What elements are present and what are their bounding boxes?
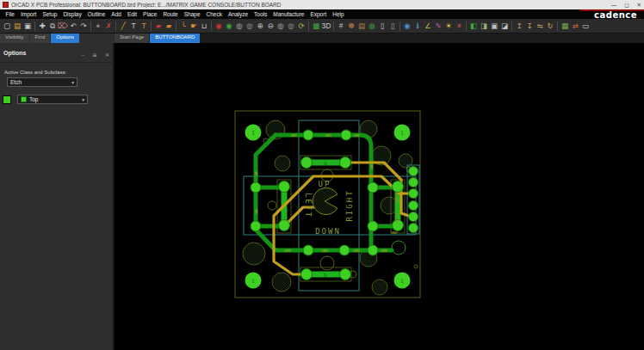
add-text-frame-icon[interactable]: T: [139, 20, 149, 32]
panel-tab[interactable]: Find: [30, 34, 51, 43]
menu-item[interactable]: Edit: [124, 11, 139, 17]
subclass-color-swatch: [21, 96, 27, 102]
menu-item[interactable]: Export: [307, 11, 330, 17]
mirror-cmd-icon[interactable]: ⇋: [535, 20, 545, 32]
undo-icon[interactable]: ↶: [68, 20, 78, 32]
menu-item[interactable]: Shape: [181, 11, 203, 17]
panel-tab[interactable]: Visibility: [0, 34, 29, 43]
copy-icon[interactable]: ⧉: [47, 20, 58, 32]
measure-icon[interactable]: ∠: [423, 20, 433, 32]
svg-text:GND: GND: [254, 170, 258, 177]
zoom-out-icon[interactable]: ⊖: [265, 20, 276, 32]
menu-item[interactable]: Add: [108, 11, 125, 17]
zoom-box-icon[interactable]: ◎: [245, 20, 255, 32]
panel-dock-icon[interactable]: ⊞: [92, 52, 96, 58]
view-3d-icon[interactable]: 3D: [321, 20, 331, 32]
mirrored-down-label: DOWN: [394, 193, 399, 203]
copy-cmd-icon[interactable]: ↧: [524, 20, 535, 32]
up-label: UP: [319, 180, 331, 188]
close-button[interactable]: ✕: [637, 0, 641, 9]
custom-smooth-icon[interactable]: ⊔: [199, 20, 209, 32]
layer-stack-icon[interactable]: ▤: [356, 20, 367, 32]
pcb-canvas[interactable]: 1 1 1 1 UP DOWN LEFT RIGHT U D: [115, 43, 644, 350]
unrats-all-icon[interactable]: ◉: [214, 20, 224, 32]
zoom-previous-icon[interactable]: ◎: [286, 20, 296, 32]
brush-icon[interactable]: ✎: [433, 20, 443, 32]
new-file-icon[interactable]: ▢: [2, 20, 12, 32]
color-192-icon[interactable]: ☸: [346, 20, 356, 32]
unpin-icon[interactable]: ✗: [103, 20, 114, 32]
menu-item[interactable]: Outline: [84, 11, 108, 17]
report-alt-icon[interactable]: ▯: [387, 20, 398, 32]
class-dropdown[interactable]: Etch ▾: [7, 77, 77, 87]
options-panel: Options – ⊞ ✕ Active Class and Subclass:…: [0, 43, 115, 350]
unhighlight-icon[interactable]: ✳: [454, 20, 464, 32]
document-tab[interactable]: Start Page: [115, 34, 149, 43]
redo-icon[interactable]: ↷: [78, 20, 89, 32]
panel-tab[interactable]: Options: [51, 34, 79, 43]
info-drop-icon[interactable]: ℹ: [412, 20, 423, 32]
document-tab[interactable]: BUTTONBOARD: [150, 34, 200, 43]
visibility-eye-icon[interactable]: ◉: [402, 20, 412, 32]
menu-item[interactable]: File: [3, 11, 17, 17]
pin-icon[interactable]: ⌖: [93, 20, 103, 32]
zoom-fit-icon[interactable]: ◎: [276, 20, 286, 32]
options-panel-header: Options – ⊞ ✕: [0, 43, 113, 63]
svg-text:GND: GND: [325, 133, 331, 138]
shape-invert-icon[interactable]: ◪: [499, 20, 510, 32]
shape-swatch-icon[interactable]: ▰: [164, 20, 174, 32]
fit-canvas-icon[interactable]: ▩: [311, 20, 321, 32]
add-text-icon[interactable]: T: [128, 20, 139, 32]
status-report-icon[interactable]: ▦: [560, 20, 570, 32]
slide-icon[interactable]: ☛: [189, 20, 199, 32]
d-button-label: D: [324, 273, 326, 278]
spin-cmd-icon[interactable]: ↻: [545, 20, 555, 32]
svg-text:GND: GND: [381, 249, 387, 253]
panel-close-icon[interactable]: ✕: [105, 52, 109, 58]
maximize-button[interactable]: ◻: [624, 0, 629, 9]
menu-item[interactable]: Help: [330, 11, 347, 17]
io-arrows-icon[interactable]: ⇄: [570, 20, 580, 32]
active-class-label: Active Class and Subclass:: [4, 70, 113, 75]
save-icon[interactable]: ▣: [22, 20, 33, 32]
report-icon[interactable]: ▯: [377, 20, 387, 32]
menu-item[interactable]: Tools: [251, 11, 270, 17]
move-icon[interactable]: ✚: [37, 20, 47, 32]
title-bar: OrCAD X PCB Professional: BUTTONBOARD.br…: [0, 0, 644, 9]
menu-item[interactable]: Display: [60, 11, 84, 17]
zoom-points-icon[interactable]: ◎: [234, 20, 245, 32]
shape-edit-icon[interactable]: ◨: [479, 20, 489, 32]
toolbar-separator: [90, 21, 91, 31]
menu-item[interactable]: Route: [160, 11, 181, 17]
zoom-in-icon[interactable]: ⊕: [255, 20, 265, 32]
rats-all-icon[interactable]: ◉: [224, 20, 234, 32]
toolbar: ▢▤▣✚⧉⌦↶↷⌖✗╱TT▰▰╰☛⊔◉◉◎◎⊕⊖◎◎⟳▩3D#☸▤◍▯▯◉ℹ∠✎…: [0, 19, 644, 34]
menu-item[interactable]: Import: [17, 11, 39, 17]
menu-item[interactable]: Setup: [40, 11, 60, 17]
app-icon: [3, 2, 9, 8]
world-icon[interactable]: ◍: [367, 20, 377, 32]
grid-icon[interactable]: #: [336, 20, 346, 32]
highlight-icon[interactable]: ☀: [443, 20, 454, 32]
menu-item[interactable]: Manufacture: [270, 11, 307, 17]
open-folder-icon[interactable]: ▤: [12, 20, 22, 32]
add-connect-icon[interactable]: ╰: [178, 20, 189, 32]
post-note-icon[interactable]: ▭: [580, 20, 591, 32]
menu-item[interactable]: Check: [203, 11, 225, 17]
shape-add-icon[interactable]: ◧: [468, 20, 479, 32]
toolbar-separator: [466, 21, 467, 31]
chevron-down-icon: ▾: [82, 97, 84, 102]
subclass-dropdown[interactable]: Top ▾: [17, 95, 88, 104]
delete-icon[interactable]: ⌦: [58, 20, 68, 32]
mirrored-right-label: RIGHT: [394, 213, 399, 225]
shape-select-icon[interactable]: ▣: [489, 20, 499, 32]
panel-minimize-icon[interactable]: –: [82, 52, 84, 58]
right-label: RIGHT: [345, 189, 354, 221]
redraw-icon[interactable]: ⟳: [296, 20, 307, 32]
menu-item[interactable]: Analyze: [225, 11, 251, 17]
menu-item[interactable]: Place: [140, 11, 160, 17]
move-cmd-icon[interactable]: ↥: [514, 20, 524, 32]
add-line-icon[interactable]: ╱: [118, 20, 128, 32]
minimize-button[interactable]: —: [611, 0, 617, 9]
color-dialog-icon[interactable]: ▰: [153, 20, 164, 32]
